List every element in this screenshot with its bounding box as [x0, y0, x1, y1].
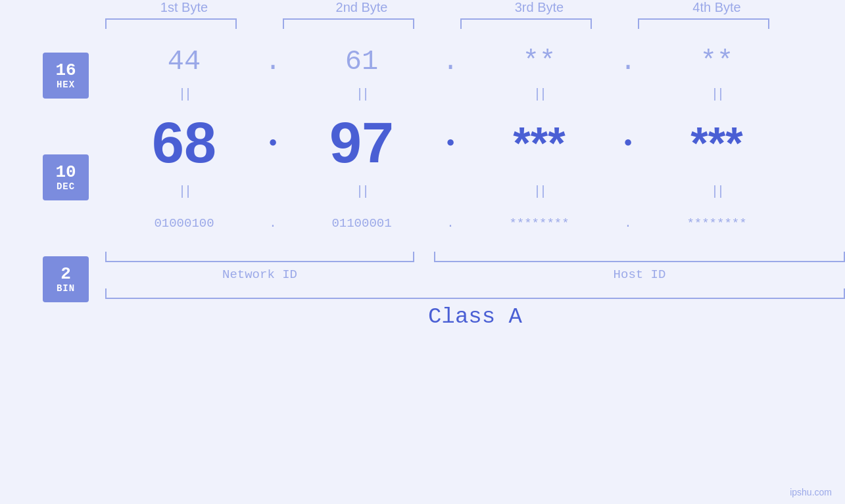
- dec-badge-number: 10: [55, 163, 76, 182]
- hex-b4: **: [638, 46, 796, 78]
- class-bracket: [105, 288, 845, 299]
- hex-sep-3: .: [618, 46, 638, 78]
- network-bracket: [105, 252, 414, 262]
- hex-sep-1: .: [263, 46, 283, 78]
- bin-badge-label: BIN: [57, 283, 75, 294]
- byte-headers-row: 1st Byte 2nd Byte 3rd Byte 4th Byte: [105, 0, 845, 15]
- watermark: ipshu.com: [790, 487, 832, 497]
- eq2-b3: ||: [460, 184, 618, 199]
- bottom-brackets: [105, 252, 845, 262]
- bottom-labels: Network ID Host ID: [105, 267, 845, 282]
- hex-badge-wrapper: 16 HEX: [43, 66, 89, 125]
- main-layout: 16 HEX 10 DEC 2 BIN 1st Byte 2nd Byte 3r…: [0, 0, 845, 460]
- hex-badge: 16 HEX: [43, 53, 89, 99]
- eq1-b4: ||: [638, 87, 796, 102]
- dec-sep-3: ●: [618, 135, 638, 151]
- top-bracket-4: [638, 18, 769, 29]
- byte2-header: 2nd Byte: [283, 0, 441, 15]
- eq1-b1: ||: [105, 87, 263, 102]
- dec-b3: ***: [460, 117, 618, 168]
- dec-sep-2: ●: [441, 135, 460, 151]
- dec-sep-1: ●: [263, 135, 283, 151]
- hex-row: 44 . 61 . ** . **: [105, 39, 845, 85]
- hex-sep-2: .: [441, 46, 460, 78]
- bin-badge-number: 2: [60, 265, 71, 284]
- eq2-b1: ||: [105, 184, 263, 199]
- bin-badge: 2 BIN: [43, 256, 89, 302]
- byte3-header: 3rd Byte: [460, 0, 618, 15]
- host-bracket: [434, 252, 845, 262]
- right-content: 1st Byte 2nd Byte 3rd Byte 4th Byte 44 .: [105, 0, 845, 460]
- network-id-label: Network ID: [105, 267, 414, 282]
- top-bracket-3: [460, 18, 592, 29]
- equals-row-1: || || || ||: [105, 85, 845, 103]
- dec-b2: 97: [283, 109, 441, 176]
- bin-b3: ********: [460, 216, 618, 231]
- top-bracket-2: [283, 18, 414, 29]
- bin-b4: ********: [638, 216, 796, 231]
- equals-row-2: || || || ||: [105, 182, 845, 200]
- hex-b2: 61: [283, 46, 441, 78]
- dec-badge-wrapper: 10 DEC: [43, 158, 89, 237]
- badge-column: 16 HEX 10 DEC 2 BIN: [26, 0, 105, 460]
- dec-badge-label: DEC: [57, 181, 75, 192]
- byte4-header: 4th Byte: [638, 0, 796, 15]
- class-row: Class A: [105, 288, 845, 329]
- bin-sep-3: .: [618, 216, 638, 231]
- byte1-header: 1st Byte: [105, 0, 263, 15]
- class-label: Class A: [105, 304, 845, 329]
- data-rows: 44 . 61 . ** . **: [105, 39, 845, 246]
- host-id-label: Host ID: [434, 267, 845, 282]
- dec-badge: 10 DEC: [43, 154, 89, 200]
- bottom-section: Network ID Host ID: [105, 252, 845, 282]
- bin-b2: 01100001: [283, 216, 441, 231]
- dec-b1: 68: [105, 109, 263, 176]
- eq2-b2: ||: [283, 184, 441, 199]
- eq1-b2: ||: [283, 87, 441, 102]
- hex-badge-number: 16: [55, 61, 76, 80]
- hex-b1: 44: [105, 46, 263, 78]
- top-bracket-1: [105, 18, 237, 29]
- bin-b1: 01000100: [105, 216, 263, 231]
- dec-b4: ***: [638, 117, 796, 168]
- bin-sep-1: .: [263, 216, 283, 231]
- dec-row: 68 ● 97 ● *** ● ***: [105, 103, 845, 182]
- hex-badge-label: HEX: [57, 80, 75, 90]
- bin-row: 01000100 . 01100001 . ******** .: [105, 200, 845, 246]
- eq2-b4: ||: [638, 184, 796, 199]
- top-brackets: [105, 18, 845, 29]
- hex-b3: **: [460, 46, 618, 78]
- bin-badge-wrapper: 2 BIN: [43, 269, 89, 329]
- bin-sep-2: .: [441, 216, 460, 231]
- eq1-b3: ||: [460, 87, 618, 102]
